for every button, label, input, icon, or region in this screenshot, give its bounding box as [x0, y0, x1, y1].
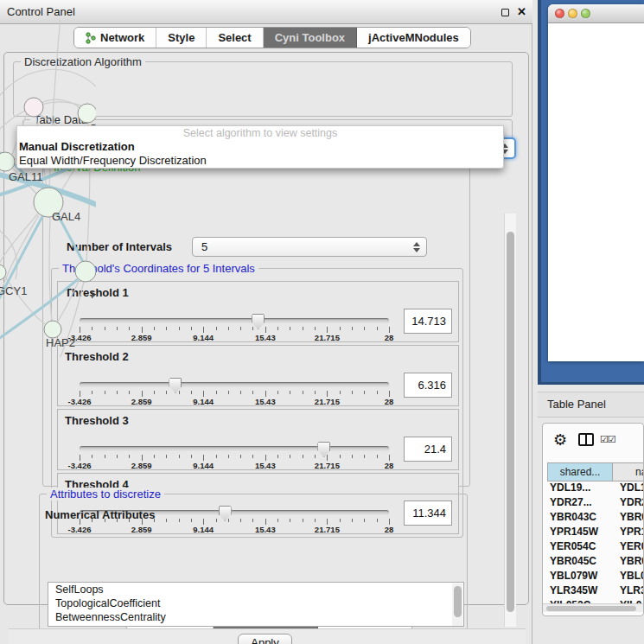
slider-tick: [389, 327, 390, 333]
slider-tick-label: 15.43: [255, 333, 276, 342]
panel-scrollbar[interactable]: [504, 214, 516, 627]
node-table: ⚙ ☑☑ shared... name YDL19...YDL1YDR27...…: [542, 423, 644, 616]
table-row[interactable]: YBR045CYBR0: [547, 555, 644, 570]
slider-tick: [240, 327, 241, 330]
table-rows: YDL19...YDL1YDR27...YDR2YBR043CYBR0YPR14…: [547, 481, 644, 603]
apply-strip: Apply: [9, 628, 526, 644]
table-row[interactable]: YBL079WYBL0: [547, 570, 644, 584]
panel-scrollbar-thumb[interactable]: [507, 232, 514, 612]
network-window-titlebar[interactable]: [548, 4, 644, 23]
column-header-name[interactable]: name: [612, 462, 644, 481]
network-edge[interactable]: [41, 99, 80, 108]
slider-tick: [228, 327, 229, 330]
slider-tick: [240, 391, 241, 394]
tab-style[interactable]: Style: [156, 28, 207, 48]
slider-thumb[interactable]: [169, 378, 182, 393]
attributes-group-label: Attributes to discretize: [47, 488, 164, 501]
network-node-gal80[interactable]: [24, 98, 43, 117]
slider-tick: [327, 327, 328, 333]
network-edge[interactable]: [0, 215, 39, 316]
combo-arrows-icon: [413, 242, 420, 252]
slider-tick: [252, 327, 253, 330]
network-canvas[interactable]: GAL80GAL1CGAL11GAL4GCY1HHAP2: [0, 20, 96, 357]
threshold-value-field[interactable]: 21.4: [404, 437, 452, 462]
slider-tick: [352, 327, 353, 330]
algorithm-option-manual[interactable]: Manual Discretization: [17, 140, 503, 154]
network-edge[interactable]: [4, 276, 45, 324]
slider-tick: [166, 455, 167, 458]
network-node-gal1[interactable]: [78, 104, 96, 123]
close-icon[interactable]: ✕: [517, 5, 526, 18]
slider-tick-label: 28: [385, 397, 394, 406]
slider-tick: [377, 455, 378, 458]
slider-tick: [364, 455, 365, 458]
table-horizontal-scrollbar[interactable]: [543, 603, 643, 612]
slider-tick: [364, 391, 365, 394]
tab-label: jActiveMNodules: [368, 31, 459, 44]
attribute-item[interactable]: SelfLoops: [48, 583, 463, 596]
apply-button[interactable]: Apply: [238, 634, 292, 644]
slider-tick: [303, 391, 303, 394]
cell-name: YBL0: [620, 570, 644, 582]
gear-icon[interactable]: ⚙: [553, 430, 567, 450]
algorithm-placeholder: Select algorithm to view settings: [17, 126, 503, 140]
attributes-scrollbar-thumb[interactable]: [454, 586, 462, 617]
float-window-icon[interactable]: [501, 9, 509, 16]
tab-select[interactable]: Select: [207, 28, 263, 48]
slider-tick: [117, 391, 118, 394]
network-edge[interactable]: [0, 214, 38, 265]
network-node-hap2[interactable]: [44, 321, 61, 338]
slider-tick: [290, 391, 290, 394]
slider-tick: [389, 391, 390, 397]
table-row[interactable]: YDL19...YDL1: [547, 481, 644, 496]
network-node-gal11[interactable]: [0, 152, 15, 171]
slider-tick: [303, 327, 303, 330]
threshold-value-field[interactable]: 14.713: [404, 309, 452, 334]
threshold-slider[interactable]: [80, 446, 389, 451]
network-edge[interactable]: [49, 217, 52, 321]
network-node-h[interactable]: [75, 261, 96, 282]
attribute-item[interactable]: BetweennessCentrality: [48, 610, 463, 624]
slider-tick: [80, 391, 80, 397]
numerical-attributes-list[interactable]: SelfLoopsTopologicalCoefficientBetweenne…: [48, 582, 464, 627]
table-row[interactable]: YBR043CYBR0: [547, 511, 644, 526]
slider-thumb[interactable]: [317, 442, 330, 457]
cell-name: YPR1: [620, 526, 644, 538]
table-row[interactable]: YER054CYER0: [547, 540, 644, 555]
tab-label: Style: [168, 31, 194, 44]
slider-tick: [265, 391, 266, 397]
table-hscroll-thumb[interactable]: [546, 606, 636, 611]
slider-tick: [364, 327, 365, 330]
slider-tick: [203, 327, 204, 333]
tab-cyni-toolbox[interactable]: Cyni Toolbox: [264, 28, 357, 48]
algorithm-dropdown-popup: Select algorithm to view settings Manual…: [16, 125, 504, 169]
mac-close-icon[interactable]: [555, 9, 564, 18]
table-row[interactable]: YDR27...YDR2: [547, 496, 644, 511]
mac-minimize-icon[interactable]: [568, 9, 577, 18]
control-panel-tab-bar: NetworkStyleSelectCyni ToolboxjActiveMNo…: [73, 27, 471, 48]
select-columns-icon[interactable]: ☑☑: [600, 434, 615, 445]
table-row[interactable]: YLR345WYLR3: [547, 584, 644, 599]
threshold-slider[interactable]: [80, 318, 389, 323]
slider-tick-label: 9.144: [193, 333, 214, 342]
algorithm-option-equal-width[interactable]: Equal Width/Frequency Discretization: [17, 154, 503, 168]
tab-jactivemnodules[interactable]: jActiveMNodules: [357, 28, 470, 48]
slider-tick: [80, 455, 80, 461]
mac-zoom-icon[interactable]: [581, 9, 590, 18]
number-of-intervals-combobox[interactable]: 5: [192, 237, 427, 257]
threshold-slider[interactable]: [80, 382, 389, 387]
network-edge[interactable]: [86, 159, 90, 261]
slider-tick-label: 2.859: [131, 397, 152, 406]
network-edge[interactable]: [0, 69, 96, 103]
tab-label: Cyni Toolbox: [275, 31, 345, 44]
split-columns-icon[interactable]: [578, 433, 594, 446]
attributes-scrollbar[interactable]: [452, 583, 462, 626]
slider-tick: [105, 391, 105, 394]
slider-tick: [191, 455, 192, 458]
slider-tick-label: 28: [385, 461, 394, 470]
threshold-value-field[interactable]: 6.316: [404, 373, 452, 398]
attribute-item[interactable]: TopologicalCoefficient: [48, 596, 463, 610]
column-header-shared-name[interactable]: shared...: [547, 462, 613, 481]
slider-tick-label: -3.426: [68, 461, 92, 470]
table-row[interactable]: YPR145WYPR1: [547, 526, 644, 540]
